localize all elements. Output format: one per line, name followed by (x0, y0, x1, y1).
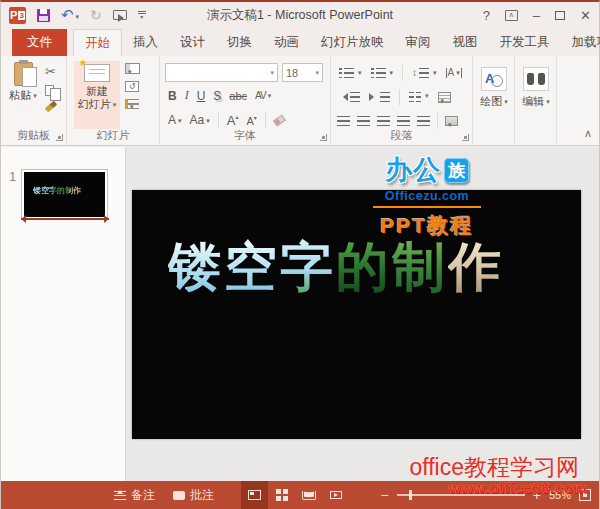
minimize-icon[interactable]: – (533, 9, 540, 22)
layout-icon[interactable] (125, 63, 140, 74)
increase-indent-icon[interactable] (369, 92, 390, 103)
slideshow-view-button[interactable] (322, 481, 349, 509)
align-text-icon[interactable] (438, 92, 451, 103)
font-dialog-launcher-icon[interactable] (320, 134, 327, 141)
font-group-label: 字体 (160, 128, 330, 143)
font-name-combobox[interactable]: ▾ (165, 63, 278, 82)
start-slideshow-icon[interactable] (113, 10, 127, 20)
tab-transitions[interactable]: 切换 (216, 29, 263, 56)
bold-button[interactable]: B (168, 89, 177, 103)
zoom-slider-handle[interactable] (409, 490, 412, 500)
decrease-indent-icon[interactable] (339, 92, 360, 103)
slide-title[interactable]: 镂空字的制作 (168, 232, 504, 304)
powerpoint-window: P3 ↶ ↻ 演示文稿1 - Microsoft PowerPoint ? ∧ … (0, 0, 600, 509)
strikethrough-button[interactable]: abc (229, 90, 247, 102)
officezu-watermark-logo: 办公 族 Officezu.com PPT教程 (367, 152, 487, 240)
tab-view[interactable]: 视图 (442, 29, 489, 56)
justify-icon[interactable] (397, 116, 410, 127)
align-right-icon[interactable] (377, 116, 390, 127)
customize-qat-icon[interactable] (138, 11, 146, 19)
reset-slide-icon[interactable]: ↺ (125, 81, 139, 92)
logo-title-main: 办公 (385, 152, 441, 188)
notes-icon (114, 491, 126, 500)
slides-group-label: 幻灯片 (67, 128, 159, 143)
grow-font-button[interactable]: A (227, 113, 239, 128)
divider (402, 65, 403, 81)
ribbon: 粘贴 ✂ 剪贴板 新建 幻灯片 ↺ 幻灯片 ▾ (1, 56, 599, 146)
maximize-icon[interactable] (555, 11, 565, 20)
new-slide-button[interactable]: 新建 幻灯片 (74, 61, 120, 129)
slide-thumbnail[interactable]: 镂空字的制作 (22, 170, 107, 219)
slide-canvas[interactable]: 镂空字的制作 (132, 190, 581, 439)
tab-developer[interactable]: 开发工具 (489, 29, 561, 56)
editing-label: 编辑 (522, 95, 550, 108)
paragraph-dialog-launcher-icon[interactable] (462, 134, 469, 141)
tab-slideshow[interactable]: 幻灯片放映 (310, 29, 395, 56)
bullets-icon[interactable] (339, 68, 362, 79)
change-case-button[interactable]: Aa (190, 113, 210, 127)
cut-icon[interactable]: ✂ (45, 64, 56, 79)
slide-thumbnail-panel: 1 镂空字的制作 (1, 147, 126, 481)
paste-label: 粘贴 (9, 89, 37, 102)
close-icon[interactable]: ✕ (580, 9, 591, 22)
font-size-value: 18 (286, 67, 298, 79)
notes-toggle[interactable]: 备注 (105, 481, 164, 509)
reading-view-icon (302, 491, 316, 500)
logo-divider (373, 206, 481, 208)
collapse-ribbon-icon[interactable]: ∧ (584, 127, 592, 140)
editing-button[interactable]: 编辑 (519, 63, 553, 125)
tab-review[interactable]: 审阅 (395, 29, 442, 56)
divider (265, 112, 266, 128)
tab-home[interactable]: 开始 (73, 29, 122, 56)
underline-button[interactable]: U (197, 89, 206, 103)
ribbon-display-options-icon[interactable]: ∧ (505, 10, 518, 21)
numbering-icon[interactable] (371, 68, 394, 79)
text-direction-icon[interactable]: A (446, 68, 462, 78)
tab-design[interactable]: 设计 (169, 29, 216, 56)
editing-group: 编辑 (515, 56, 557, 145)
zoom-out-button[interactable]: − (381, 488, 389, 502)
new-slide-icon (84, 64, 110, 82)
italic-button[interactable]: I (185, 88, 189, 103)
editing-icon-frame (523, 67, 549, 91)
comments-icon (173, 491, 185, 500)
tab-animations[interactable]: 动画 (263, 29, 310, 56)
slide-title-char: 的 (336, 237, 392, 296)
logo-title: 办公 族 (367, 152, 487, 188)
tab-insert[interactable]: 插入 (122, 29, 169, 56)
clipboard-dialog-launcher-icon[interactable] (56, 134, 63, 141)
distributed-icon[interactable] (417, 116, 430, 127)
columns-icon[interactable] (409, 92, 429, 103)
powerpoint-app-icon[interactable]: P3 (9, 7, 26, 24)
undo-button[interactable]: ↶ (61, 7, 79, 23)
align-center-icon[interactable] (357, 116, 370, 127)
help-icon[interactable]: ? (483, 9, 490, 22)
redo-icon[interactable]: ↻ (90, 8, 102, 22)
font-size-combobox[interactable]: 18▾ (282, 63, 323, 82)
character-spacing-button[interactable]: AV (255, 90, 270, 101)
save-icon[interactable] (37, 9, 50, 22)
tab-addins[interactable]: 加载项 (561, 29, 600, 56)
drawing-button[interactable]: 绘图 (477, 63, 511, 125)
normal-view-button[interactable] (241, 481, 268, 509)
shrink-font-button[interactable]: A (246, 114, 256, 127)
comments-toggle[interactable]: 批注 (164, 481, 223, 509)
reading-view-button[interactable] (295, 481, 322, 509)
copy-icon[interactable] (45, 85, 54, 96)
slide-number: 1 (9, 169, 16, 184)
format-painter-icon[interactable] (45, 101, 57, 113)
font-format-row2: A Aa A A (168, 112, 285, 128)
text-shadow-button[interactable]: S (213, 89, 221, 103)
logo-title-box: 族 (444, 158, 469, 183)
tab-file[interactable]: 文件 (12, 29, 67, 56)
clear-formatting-icon[interactable] (273, 114, 286, 126)
convert-to-smartart-icon[interactable] (445, 116, 458, 126)
annotation-arrow (21, 218, 109, 220)
line-spacing-icon[interactable]: ↕ (412, 68, 437, 79)
section-icon[interactable] (125, 99, 139, 109)
slide-sorter-view-button[interactable] (268, 481, 295, 509)
align-left-icon[interactable] (337, 116, 350, 127)
footer-url-watermark: www.office68.com (449, 479, 587, 496)
font-color-button[interactable]: A (168, 113, 182, 127)
paste-button[interactable]: 粘贴 (4, 62, 42, 128)
